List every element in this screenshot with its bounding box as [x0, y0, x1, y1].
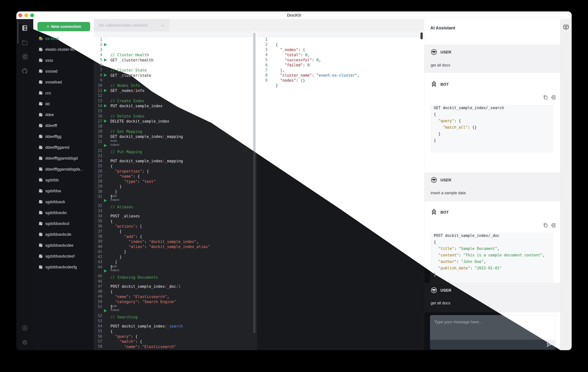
zoom-button[interactable]: [30, 13, 34, 17]
code-line: }: [430, 137, 554, 144]
new-connection-label: New connection: [51, 24, 81, 29]
code-line: {: [430, 111, 554, 118]
connection-list-item[interactable]: sgdsfdsavb: [33, 197, 94, 207]
user-avatar-icon: [430, 287, 437, 293]
connection-list-item[interactable]: ddeefffgg: [33, 131, 94, 142]
connection-list-item[interactable]: sgdsfdsavbcdee: [33, 240, 94, 251]
line-number: 9: [257, 78, 268, 83]
connection-list-item[interactable]: sgdsfdsavbc: [33, 207, 94, 218]
cluster-icon: [38, 177, 43, 183]
bot-avatar-icon: [430, 81, 437, 88]
connection-list-item[interactable]: sgdsfdsa: [33, 186, 94, 196]
line-number: 58: [94, 344, 102, 349]
minimize-button[interactable]: [24, 13, 28, 17]
auto-indent-hint[interactable]: Auto Indent: [110, 194, 119, 198]
connection-list-item[interactable]: ddeefff: [33, 120, 94, 131]
account-icon[interactable]: [21, 325, 28, 331]
run-query-button[interactable]: [104, 89, 107, 92]
cluster-icon: [38, 199, 43, 205]
chat-bubble-icon[interactable]: [563, 24, 569, 30]
cluster-icon: [38, 112, 43, 118]
auto-indent-hint[interactable]: Auto Indent: [110, 304, 119, 308]
editor-line: 4: [94, 47, 116, 52]
connection-label: ddeefffggareddsgd: [45, 156, 78, 161]
editor-line: 10: [94, 78, 116, 83]
line-text: "category": "Search Engine": [110, 299, 176, 304]
bot-code-block: GET dockit_sample_index/_search{ "query"…: [430, 105, 554, 153]
role-label: USER: [441, 50, 451, 54]
insert-to-editor-icon[interactable]: [550, 222, 556, 229]
right-icon-rail: [560, 19, 572, 350]
line-text: "alias": "dockit_sample_index_alias": [110, 244, 210, 249]
run-query-button[interactable]: [104, 120, 107, 123]
connection-list-item[interactable]: sssadsad: [33, 77, 94, 88]
line-text: "total": 0,: [276, 52, 310, 58]
results-line: 7 "cluster_name": "event-os-cluster",: [257, 62, 280, 68]
editor-line: 37 "index": "dockit_sample_index",: [94, 223, 116, 229]
editor-line: 51 // Searching: [94, 299, 116, 304]
run-query-button[interactable]: [104, 269, 107, 272]
connection-label: ddeefffggareddsgda...: [45, 167, 83, 171]
results-scrollbar[interactable]: [420, 32, 423, 39]
run-query-button[interactable]: [104, 74, 107, 77]
github-icon[interactable]: [21, 68, 28, 74]
tree-icon[interactable]: [21, 53, 28, 60]
settings-gear-icon[interactable]: [21, 339, 28, 346]
cluster-icon: [38, 156, 43, 161]
connection-list-item[interactable]: ccc: [33, 88, 94, 99]
role-label: BOT: [441, 82, 449, 87]
insert-to-editor-icon[interactable]: [550, 95, 556, 101]
connection-list-item[interactable]: ssss: [33, 55, 94, 66]
editor-line: 2 // Cluster Health: [94, 37, 116, 42]
editor-line: 31 // Aliases: [94, 189, 116, 194]
code-line: "title": "Sample Document",: [430, 245, 554, 252]
editor-line: 3 GET _cluster/health: [94, 42, 116, 47]
connection-list-item[interactable]: ddeefffggareddsgd: [33, 153, 94, 164]
auto-indent-hint[interactable]: Auto Indent: [110, 264, 119, 268]
editor-line: 26 "type": "text": [94, 163, 116, 169]
code-line: POST dockit_sample_index/_doc: [430, 232, 554, 239]
results-line: 4 "successful": 0,: [257, 47, 280, 52]
line-text: PUT dockit_sample_index: [110, 103, 162, 109]
run-query-button[interactable]: [104, 104, 107, 107]
connection-label: sgdsfdsavbcde: [45, 232, 71, 237]
editor-line: 38 "alias": "dockit_sample_index_alias": [94, 229, 116, 234]
connection-list-item[interactable]: ddeefffggareddsgda...: [33, 164, 94, 175]
run-query-button[interactable]: [104, 58, 107, 61]
run-query-button[interactable]: [104, 43, 107, 46]
user-message-block: [424, 45, 560, 72]
editor-line: 36 "add": {: [94, 218, 116, 224]
editor-line: 58 }: [94, 339, 116, 344]
code-line: "query": {: [430, 118, 554, 124]
run-query-button[interactable]: [104, 309, 107, 312]
cluster-icon: [38, 123, 43, 129]
run-query-button[interactable]: [104, 199, 107, 202]
results-line: 2 "_nodes": {: [257, 37, 280, 42]
line-text: GET dockit_sample_index/_mapping: [110, 134, 183, 139]
connection-label: sssadsad: [45, 80, 62, 84]
connection-list-item[interactable]: sgdsfdsavbcdeefg: [33, 262, 94, 272]
line-text: }: [276, 83, 278, 88]
editor-line: 42 }: [94, 249, 116, 254]
connection-list-item[interactable]: ddee: [33, 109, 94, 120]
close-button[interactable]: [18, 13, 22, 17]
connection-list-item[interactable]: sgdsfdsavbcde: [33, 229, 94, 240]
cluster-icon: [38, 58, 43, 63]
connection-list-item[interactable]: sgdsfdsavbcdeef: [33, 251, 94, 262]
cluster-icon: [38, 232, 43, 237]
auto-indent-hint[interactable]: Auto Indent: [110, 139, 119, 143]
new-connection-button[interactable]: + New connection: [37, 22, 90, 31]
connection-list-item[interactable]: sgdsfds: [33, 175, 94, 186]
copy-icon[interactable]: [543, 222, 548, 229]
run-query-button[interactable]: [104, 144, 107, 147]
copy-icon[interactable]: [543, 95, 548, 101]
connection-list-item[interactable]: dd: [33, 99, 94, 109]
line-text: POST dockit_sample_index/_doc/1: [110, 284, 180, 289]
cluster-icon: [38, 101, 43, 107]
folder-icon[interactable]: [21, 39, 28, 46]
connection-list-item[interactable]: ssssad: [33, 66, 94, 77]
connection-list-item[interactable]: sgdsfdsavbcd: [33, 218, 94, 229]
user-avatar-icon: [430, 177, 437, 183]
connection-label: sgdsfdsa: [45, 189, 61, 193]
connection-list-item[interactable]: ddeefffggared: [33, 142, 94, 153]
